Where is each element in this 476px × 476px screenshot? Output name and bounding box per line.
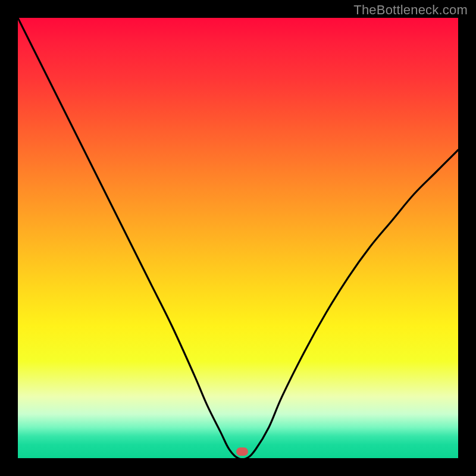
watermark-text: TheBottleneck.com [353,2,468,18]
bottleneck-curve [18,18,458,458]
plot-area [18,18,458,458]
optimum-marker [236,447,248,456]
chart-frame: TheBottleneck.com [0,0,476,476]
